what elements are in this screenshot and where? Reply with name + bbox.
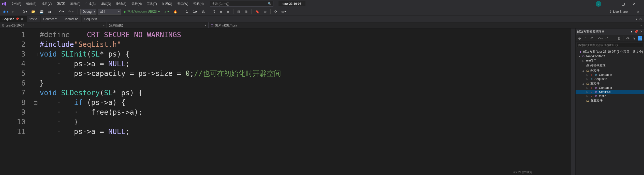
toolbar-icon[interactable]: ≣	[225, 9, 231, 15]
tree-row[interactable]: ◢🗀源文件	[576, 81, 644, 86]
expand-icon[interactable]: ▷	[586, 74, 589, 76]
redo-button[interactable]: ↷ ▾	[67, 9, 75, 15]
expand-icon[interactable]: ▷	[586, 91, 589, 93]
menu-item[interactable]: Git(G)	[54, 0, 68, 8]
menu-item[interactable]: 工具(T)	[144, 0, 159, 8]
tree-row[interactable]: ◧解决方案 'tesr-23-10-07' (1 个项目，共 1 个)	[576, 49, 644, 54]
toolbar-icon[interactable]: 🗀▾	[598, 36, 603, 40]
toolbar-icon[interactable]: ▥	[617, 36, 621, 40]
code-line[interactable]: · if (ps->a) {	[40, 98, 571, 107]
menu-item[interactable]: 测试(S)	[114, 0, 129, 8]
solution-explorer-title-bar[interactable]: 解决方案资源管理器 ▾ 📌 ✕	[576, 29, 644, 35]
tree-row[interactable]: ▷+🗎Contact.h	[576, 73, 644, 77]
menu-item[interactable]: 帮助(H)	[191, 0, 206, 8]
code-line[interactable]: · ps->capacity = ps->size = 0;//也可在初始化时开…	[40, 69, 571, 78]
code-line[interactable]: void SLInit(SL* ps) {	[40, 49, 571, 59]
minimize-button[interactable]: —	[606, 0, 618, 8]
tree-row[interactable]: 🗐外部依赖项	[576, 63, 644, 68]
home-icon[interactable]: ⌂	[583, 36, 588, 40]
live-share-button[interactable]: ⇪ Live Share ⛨	[609, 10, 642, 14]
toolbar-icon[interactable]: ⟳	[273, 9, 279, 15]
menu-item[interactable]: 调试(D)	[98, 0, 114, 8]
undo-button[interactable]: ↶ ▾	[57, 9, 66, 15]
open-button[interactable]: 📂	[30, 9, 37, 15]
sync-icon[interactable]: ⇵	[589, 36, 594, 40]
toolbar-icon[interactable]: ⇄	[604, 36, 609, 40]
save-all-button[interactable]: 🗃	[46, 9, 52, 15]
toolbar-icon[interactable]: ▭▾	[280, 9, 287, 15]
toolbar-icon[interactable]: ☐	[610, 36, 615, 40]
tree-row[interactable]: 🗀资源文件	[576, 98, 644, 103]
notification-badge[interactable]: 2	[596, 1, 601, 7]
tree-row[interactable]: ▷+🗎Contact.c	[576, 86, 644, 90]
close-tab-icon[interactable]: ✕	[21, 17, 23, 21]
home-icon[interactable]: ◶	[577, 36, 582, 40]
code-line[interactable]: #define _CRT_SECURE_NO_WARNINGS	[40, 30, 571, 40]
menu-item[interactable]: 文件(F)	[9, 0, 24, 8]
pin-icon[interactable]: 📌	[16, 17, 19, 21]
document-tab[interactable]: SeqList.h	[82, 16, 101, 22]
nav-back-button[interactable]: ◉ ▾	[2, 9, 10, 15]
expand-icon[interactable]: ◢	[578, 55, 581, 58]
toolbar-icon[interactable]: ≣	[218, 9, 224, 15]
toolbar-icon[interactable]: ▥	[243, 9, 249, 15]
tab-overflow-button[interactable]: ▾	[636, 17, 637, 21]
panel-pin-icon[interactable]: 📌	[634, 30, 638, 33]
nav-fwd-button[interactable]: ▸	[11, 9, 16, 15]
menu-item[interactable]: 窗口(W)	[175, 0, 191, 8]
code-line[interactable]: #include"SeqList.h"	[40, 40, 571, 49]
code-area[interactable]: #define _CRT_SECURE_NO_WARNINGS#include"…	[38, 29, 571, 175]
title-project-name[interactable]: tesr-23-10-07	[279, 1, 305, 6]
expand-icon[interactable]: ▷	[586, 95, 589, 97]
expand-icon[interactable]: ▷	[586, 78, 589, 80]
step-into-icon[interactable]: ↧	[212, 9, 217, 15]
toolbar-icon[interactable]: ▥	[236, 9, 242, 15]
expand-icon[interactable]: ◢	[582, 69, 585, 72]
menu-item[interactable]: 分析(N)	[129, 0, 144, 8]
expand-icon[interactable]: ◢	[582, 82, 585, 85]
save-button[interactable]: 💾	[38, 9, 45, 15]
code-line[interactable]: · }	[40, 117, 571, 127]
start-debug-button[interactable]: ▶本地 Windows 调试器 ▾	[122, 9, 161, 14]
panel-close-icon[interactable]: ✕	[640, 30, 642, 33]
solution-search-input[interactable]	[577, 43, 643, 47]
code-line[interactable]: · ps->a = NULL;	[40, 59, 571, 69]
menu-item[interactable]: 扩展(X)	[159, 0, 175, 8]
toolbar-icon[interactable]: ⇆	[632, 36, 636, 40]
tree-row[interactable]: ▷🗎SeqList.h	[576, 77, 644, 81]
nav-project-combo[interactable]: ⧉ tesr-23-10-07	[0, 22, 107, 28]
document-tab[interactable]: Seqlist.c📌✕	[0, 16, 27, 22]
tree-row[interactable]: ▷▭▭引用	[576, 58, 644, 63]
document-tab[interactable]: Contact.h*	[61, 16, 82, 22]
fold-toggle[interactable]: -	[34, 101, 37, 105]
tree-row[interactable]: ▷✓🗎test.c	[576, 94, 644, 98]
nav-symbol-combo[interactable]: ◫ SLPrint(SL * ps)	[209, 22, 644, 28]
menu-item[interactable]: 编辑(E)	[24, 0, 39, 8]
expand-icon[interactable]: ▷	[586, 87, 589, 89]
toolbar-icon[interactable]: 🗂	[184, 9, 190, 15]
tree-row[interactable]: ◢🗀头文件	[576, 68, 644, 73]
fold-toggle[interactable]: -	[34, 53, 37, 56]
bookmark-icon[interactable]: 🔖	[254, 9, 261, 15]
toolbar-icon[interactable]: ▭	[262, 9, 268, 15]
nav-scope-combo[interactable]: (全局范围)	[107, 22, 209, 28]
solution-tree[interactable]: ◧解决方案 'tesr-23-10-07' (1 个项目，共 1 个)◢⧉tes…	[576, 48, 644, 104]
properties-icon[interactable]: 🔧	[638, 36, 642, 41]
tree-row[interactable]: ▷✓🗎Seqlist.c	[576, 90, 644, 94]
toolbar-icon[interactable]: 🗂▾	[191, 9, 199, 15]
hot-reload-button[interactable]: 🔥	[172, 9, 179, 15]
menu-item[interactable]: 生成(B)	[83, 0, 98, 8]
document-tab[interactable]: Contact.c*	[41, 16, 61, 22]
tree-row[interactable]: ◢⧉tesr-23-10-07	[576, 54, 644, 58]
menu-item[interactable]: 视图(V)	[39, 0, 54, 8]
toolbar-icon[interactable]: ⁂	[200, 9, 206, 15]
global-search-input[interactable]: 搜索 (Ctrl+Q) 🔍	[210, 1, 273, 7]
document-tab[interactable]: test.c	[27, 16, 41, 22]
panel-dropdown-icon[interactable]: ▾	[631, 30, 632, 33]
expand-icon[interactable]: ▷	[582, 60, 585, 62]
vertical-scrollbar[interactable]	[571, 29, 575, 175]
menu-item[interactable]: 项目(P)	[68, 0, 83, 8]
platform-combo[interactable]: x64	[98, 9, 121, 15]
code-line[interactable]: }	[40, 78, 571, 88]
maximize-button[interactable]: ▢	[618, 0, 629, 8]
